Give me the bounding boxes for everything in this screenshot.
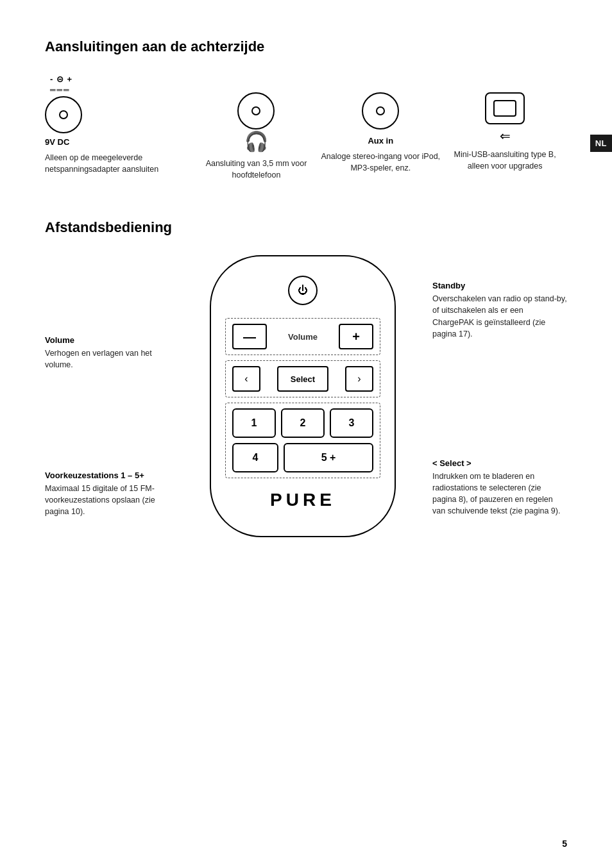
volume-annotation: Volume Verhogen en verlagen van het volu… xyxy=(45,335,173,371)
volume-annotation-text: Verhogen en verlagen van het volume. xyxy=(45,347,173,371)
page: NL Aansluitingen aan de achterzijde - ⊝ … xyxy=(0,0,612,868)
chevron-left-icon: ‹ xyxy=(244,373,248,385)
dc-desc: Alleen op de meegeleverde netspanningsad… xyxy=(45,152,194,175)
connections-title: Aansluitingen aan de achterzijde xyxy=(45,38,567,55)
select-annotation: < Select > Indrukken om te bladeren en r… xyxy=(432,458,567,517)
presets-annotation: Voorkeuzestations 1 – 5+ Maximaal 15 dig… xyxy=(45,471,173,517)
preset-5-button[interactable]: 5 + xyxy=(284,443,373,472)
select-button[interactable]: Select xyxy=(277,366,328,392)
select-row: ‹ Select › xyxy=(232,366,373,392)
standby-annotation-text: Overschakelen van radio op stand-by, of … xyxy=(432,293,567,340)
connector-headphone: 🎧 Aansluiting van 3,5 mm voor hoofdtelef… xyxy=(194,74,319,181)
usb-desc: Mini-USB-aansluiting type B, alleen voor… xyxy=(443,149,567,172)
select-annotation-text: Indrukken om te bladeren en radiostation… xyxy=(432,471,567,517)
preset-4-button[interactable]: 4 xyxy=(232,443,278,472)
dc-polarity: - ⊝ + xyxy=(50,74,72,84)
remote-section: Afstandsbediening Volume Verhogen en ver… xyxy=(45,219,567,537)
number-row-2: 4 5 + xyxy=(232,443,373,472)
preset-2-button[interactable]: 2 xyxy=(281,408,325,438)
remote-title: Afstandsbediening xyxy=(45,219,567,236)
volume-annotation-title: Volume xyxy=(45,335,173,345)
connections-section: Aansluitingen aan de achterzijde - ⊝ + ═… xyxy=(45,38,567,181)
page-number: 5 xyxy=(562,839,567,849)
headphone-connector-inner xyxy=(251,106,260,115)
power-icon: ⏻ xyxy=(298,285,308,296)
usb-inner-rect xyxy=(493,100,516,117)
aux-label: Aux in xyxy=(368,136,393,146)
remote-device: ⏻ — Volume + ‹ xyxy=(210,255,396,537)
standby-button[interactable]: ⏻ xyxy=(288,276,318,305)
select-group: ‹ Select › xyxy=(225,360,380,397)
dc-label: 9V DC xyxy=(45,137,69,147)
pure-logo: PURE xyxy=(225,490,380,510)
volume-plus-button[interactable]: + xyxy=(339,324,373,349)
standby-annotation: Standby Overschakelen van radio op stand… xyxy=(432,281,567,340)
volume-group: — Volume + xyxy=(225,318,380,355)
standby-annotation-title: Standby xyxy=(432,281,567,290)
headphone-icon: 🎧 xyxy=(244,132,268,151)
right-annotations-col: Standby Overschakelen van radio op stand… xyxy=(426,255,567,517)
preset-3-button[interactable]: 3 xyxy=(330,408,373,438)
dc-lines: ═══ xyxy=(50,85,71,94)
nl-badge: NL xyxy=(590,135,612,152)
volume-label: Volume xyxy=(288,332,318,342)
usb-symbol-icon: ⇐ xyxy=(500,128,511,144)
aux-desc: Analoge stereo-ingang voor iPod, MP3-spe… xyxy=(318,151,443,174)
left-annotations-col: Volume Verhogen en verlagen van het volu… xyxy=(45,255,180,517)
chevron-right-icon: › xyxy=(357,373,361,385)
presets-annotation-text: Maximaal 15 digitale of 15 FM-voorkeuzes… xyxy=(45,483,173,517)
nav-right-button[interactable]: › xyxy=(345,366,373,392)
dc-connector-circle xyxy=(45,96,82,133)
volume-row: — Volume + xyxy=(232,324,373,349)
dc-connector-inner xyxy=(59,110,68,119)
connector-usb: ⇐ Mini-USB-aansluiting type B, alleen vo… xyxy=(443,74,567,172)
select-annotation-title: < Select > xyxy=(432,458,567,468)
preset-1-button[interactable]: 1 xyxy=(232,408,276,438)
number-row-1: 1 2 3 xyxy=(232,408,373,438)
headphone-desc: Aansluiting van 3,5 mm voor hoofdtelefoo… xyxy=(194,158,319,181)
remote-center: ⏻ — Volume + ‹ xyxy=(180,255,426,537)
nav-left-button[interactable]: ‹ xyxy=(232,366,260,392)
usb-connector-box xyxy=(485,92,525,124)
headphone-connector-circle xyxy=(237,92,275,129)
volume-minus-button[interactable]: — xyxy=(232,324,267,349)
annotations-container: Volume Verhogen en verlagen van het volu… xyxy=(45,255,567,537)
number-group: 1 2 3 4 5 + xyxy=(225,403,380,478)
aux-connector-inner xyxy=(376,106,385,115)
connector-aux: Aux in Analoge stereo-ingang voor iPod, … xyxy=(318,74,443,174)
connector-dc: - ⊝ + ═══ 9V DC Alleen op de meegeleverd… xyxy=(45,74,194,175)
connectors-row: - ⊝ + ═══ 9V DC Alleen op de meegeleverd… xyxy=(45,74,567,181)
presets-annotation-title: Voorkeuzestations 1 – 5+ xyxy=(45,471,173,480)
aux-connector-circle xyxy=(362,92,399,129)
